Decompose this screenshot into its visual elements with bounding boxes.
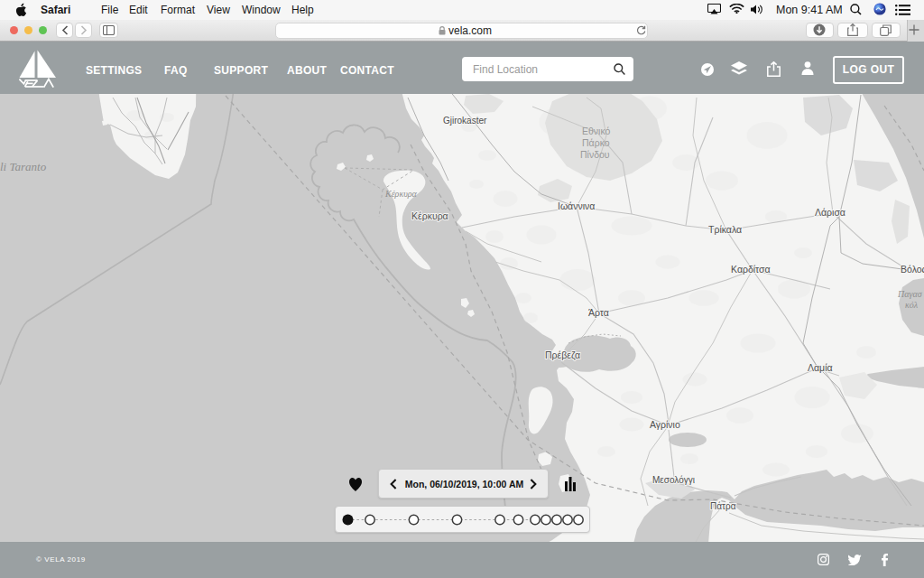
svg-text:Παγασ: Παγασ: [897, 289, 923, 299]
svg-text:Λαμία: Λαμία: [808, 362, 833, 373]
svg-text:Αγρίνιο: Αγρίνιο: [650, 419, 680, 430]
svg-text:Τρίκαλα: Τρίκαλα: [708, 224, 742, 235]
svg-text:Πάτρα: Πάτρα: [710, 501, 736, 511]
svg-text:Πίνδου: Πίνδου: [580, 149, 610, 160]
svg-text:Άρτα: Άρτα: [588, 307, 609, 318]
svg-text:Gjirokaster: Gjirokaster: [443, 116, 487, 126]
svg-text:Βόλος: Βόλος: [901, 264, 924, 275]
svg-text:Κέρκυρα: Κέρκυρα: [411, 210, 448, 221]
svg-text:Πρέβεζα: Πρέβεζα: [545, 350, 580, 360]
svg-text:Μεσολόγγι: Μεσολόγγι: [652, 475, 695, 485]
svg-text:Κέρκυρα: Κέρκυρα: [384, 189, 418, 199]
svg-text:Καρδίτσα: Καρδίτσα: [731, 264, 771, 275]
svg-text:li Taranto: li Taranto: [0, 160, 47, 173]
svg-text:Ιωάννινα: Ιωάννινα: [558, 200, 595, 211]
svg-text:Λάρισα: Λάρισα: [815, 207, 845, 218]
svg-text:Πάρκο: Πάρκο: [582, 137, 610, 148]
svg-text:Εθνικό: Εθνικό: [582, 126, 611, 136]
svg-text:κόλ: κόλ: [905, 300, 919, 310]
